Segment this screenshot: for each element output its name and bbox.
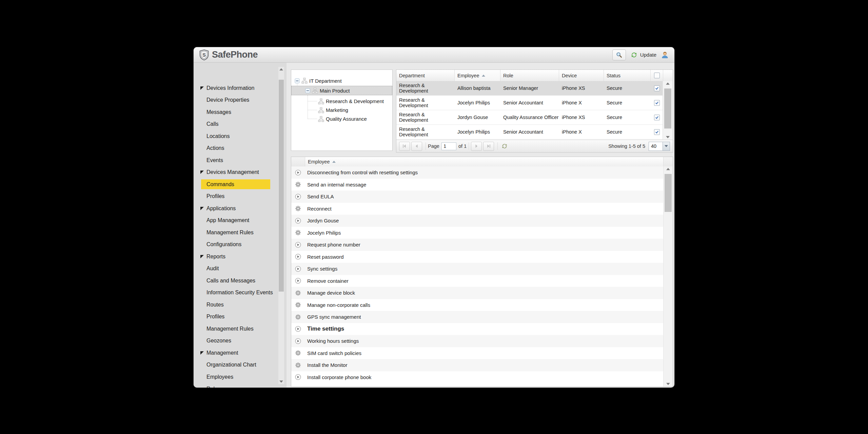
device-row-4[interactable]: Research & Development Jocelyn Philips S… [396, 125, 673, 139]
command-row[interactable]: SIM card switch policies [291, 347, 664, 359]
scroll-up-icon[interactable] [666, 82, 670, 85]
gear-icon [295, 350, 301, 356]
update-button[interactable]: Update [630, 51, 656, 59]
refresh-grid-button[interactable] [501, 143, 508, 150]
command-row[interactable]: Reconnect [291, 203, 664, 215]
sidebar-item-employees[interactable]: Employees [194, 371, 276, 383]
sidebar-item-actions[interactable]: Actions [194, 142, 276, 155]
commands-scrollbar[interactable] [663, 166, 673, 387]
sidebar-item-events[interactable]: Events [194, 154, 276, 166]
sidebar-item-commands[interactable]: Commands [194, 178, 276, 191]
previous-page-button[interactable] [411, 142, 422, 151]
row-checkbox-checked[interactable] [654, 85, 660, 91]
expanded-triangle-icon [200, 207, 204, 210]
row-checkbox-checked[interactable] [654, 100, 660, 106]
sidebar-item-geozones[interactable]: Geozones [194, 335, 276, 347]
sidebar-item-locations[interactable]: Locations [194, 130, 276, 142]
column-header-employee[interactable]: Employee [305, 157, 663, 166]
tree-node-main-product-selected[interactable]: Main Product [291, 86, 392, 95]
grid-scrollbar[interactable] [663, 81, 673, 140]
column-header-status[interactable]: Status [604, 70, 651, 81]
sidebar-group-applications[interactable]: Applications [194, 202, 276, 215]
next-page-button[interactable] [471, 142, 482, 151]
tree-node-label: IT Department [309, 78, 342, 84]
command-row[interactable]: Jocelyn Philips [291, 227, 664, 239]
command-row[interactable]: Remove container [291, 275, 664, 287]
scrollbar-thumb[interactable] [665, 174, 672, 212]
scrollbar-thumb[interactable] [279, 80, 284, 292]
command-row[interactable]: Reset password [291, 251, 664, 263]
command-row[interactable]: Manage device block [291, 287, 664, 299]
tree-node-marketing[interactable]: Marketing [318, 106, 348, 114]
scroll-up-icon[interactable] [279, 68, 283, 71]
sidebar-item-roles[interactable]: Roles [194, 383, 276, 388]
grid-header: Department Employee Role Device Status [396, 70, 673, 81]
first-page-button[interactable] [399, 142, 410, 151]
sidebar-item-calls-and-messages[interactable]: Calls and Messages [194, 275, 276, 287]
command-row[interactable]: Working hours settings [291, 335, 664, 347]
sidebar-group-reports[interactable]: Reports [194, 251, 276, 263]
page-size-select[interactable]: 40 [649, 142, 670, 151]
sidebar-item-calls[interactable]: Calls [194, 118, 276, 131]
expanded-triangle-icon [200, 171, 204, 174]
sidebar-item-messages[interactable]: Messages [194, 106, 276, 118]
collapse-minus-icon[interactable] [305, 88, 310, 93]
sidebar-item-app-management[interactable]: App Management [194, 215, 276, 227]
org-tree-panel: IT Department Main Product Research & De… [291, 70, 393, 151]
scroll-down-icon[interactable] [279, 380, 283, 383]
toolbar-separator [497, 142, 498, 150]
column-header-select-all[interactable] [651, 70, 663, 81]
scroll-up-icon[interactable] [666, 168, 670, 170]
play-icon [295, 326, 301, 332]
sidebar-item-management-rules-reports[interactable]: Management Rules [194, 323, 276, 335]
page-number-input[interactable] [441, 142, 456, 150]
sidebar-group-management[interactable]: Management [194, 347, 276, 359]
sidebar-group-devices-information[interactable]: Devices Information [194, 82, 276, 94]
command-row[interactable]: Manage non-corporate calls [291, 299, 664, 311]
command-row[interactable]: Jordyn Gouse [291, 215, 664, 227]
sidebar-item-profiles-reports[interactable]: Profiles [194, 311, 276, 323]
command-row[interactable]: Install the Monitor [291, 359, 664, 371]
command-row[interactable]: Sync settings [291, 263, 664, 275]
scroll-down-icon[interactable] [666, 136, 670, 138]
sidebar-item-configurations[interactable]: Configurations [194, 239, 276, 251]
sidebar-item-management-rules[interactable]: Management Rules [194, 226, 276, 239]
sidebar-item-routes[interactable]: Routes [194, 299, 276, 311]
command-row[interactable]: Install corporate phone book [291, 371, 664, 383]
command-row-time-settings[interactable]: Time settings [291, 323, 664, 335]
scrollbar-thumb[interactable] [664, 88, 671, 129]
scroll-down-icon[interactable] [666, 383, 670, 385]
command-row[interactable]: Disconnecting from control with resettin… [291, 166, 664, 179]
column-header-employee[interactable]: Employee [455, 70, 500, 81]
row-checkbox-checked[interactable] [654, 129, 660, 135]
tree-node-research-development[interactable]: Research & Development [318, 97, 384, 105]
collapse-minus-icon[interactable] [295, 78, 300, 83]
combo-trigger[interactable] [663, 142, 670, 151]
column-header-device[interactable]: Device [559, 70, 604, 81]
row-checkbox-checked[interactable] [654, 115, 660, 120]
user-profile-icon[interactable] [661, 51, 669, 59]
sidebar-item-information-security-events[interactable]: Information Security Events [194, 287, 276, 299]
device-row-3[interactable]: Research & Development Jordyn Gouse Qual… [396, 110, 673, 125]
device-row-2[interactable]: Research & Development Jocelyn Philips S… [396, 96, 673, 110]
tree-node-it-department[interactable]: IT Department [295, 76, 342, 85]
command-row[interactable]: GPS sync management [291, 311, 664, 323]
command-row[interactable]: Send an internal message [291, 179, 664, 191]
tree-node-quality-assurance[interactable]: Quality Assurance [318, 115, 367, 123]
sidebar-group-devices-management[interactable]: Devices Management [194, 166, 276, 179]
sidebar-scrollbar[interactable] [278, 67, 284, 384]
select-all-checkbox[interactable] [654, 73, 660, 78]
sidebar-item-organizational-chart[interactable]: Organizational Chart [194, 359, 276, 371]
column-header-department[interactable]: Department [396, 70, 455, 81]
check-icon [655, 130, 659, 134]
search-button[interactable] [612, 50, 626, 60]
command-row[interactable]: Send EULA [291, 191, 664, 203]
gear-icon [295, 362, 301, 369]
column-header-role[interactable]: Role [500, 70, 559, 81]
last-page-button[interactable] [483, 142, 494, 151]
device-row-1[interactable]: Research & Development Allison baptista … [396, 81, 673, 96]
sidebar-item-device-properties[interactable]: Device Properties [194, 94, 276, 106]
command-row[interactable]: Request phone number [291, 239, 664, 251]
sidebar-item-profiles[interactable]: Profiles [194, 191, 276, 203]
sidebar-item-audit[interactable]: Audit [194, 263, 276, 275]
